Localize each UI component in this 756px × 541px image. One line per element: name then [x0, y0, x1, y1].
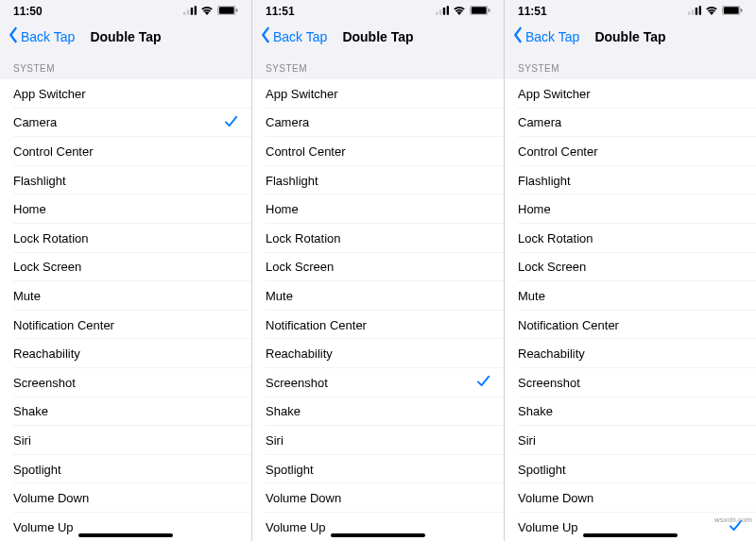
list-item[interactable]: Home	[505, 194, 756, 224]
list-item[interactable]: Flashlight	[0, 166, 251, 195]
list-item-label: Home	[13, 202, 46, 216]
list-item[interactable]: Flashlight	[252, 166, 504, 195]
back-label: Back Tap	[525, 29, 579, 44]
list-item[interactable]: Spotlight	[505, 455, 756, 484]
list-item-label: Lock Screen	[13, 260, 81, 274]
list-item-label: Camera	[13, 115, 57, 129]
list-item[interactable]: Mute	[0, 281, 251, 311]
status-bar: 11:51	[505, 0, 756, 21]
list-item[interactable]: Home	[252, 194, 504, 224]
list-item[interactable]: Camera	[0, 109, 251, 138]
list-item[interactable]: Reachability	[0, 339, 251, 368]
svg-rect-3	[195, 6, 197, 14]
list-item[interactable]: Camera	[252, 109, 504, 138]
svg-rect-9	[443, 8, 445, 15]
check-icon	[476, 374, 490, 391]
status-bar: 11:51	[252, 0, 504, 21]
list-item[interactable]: App Switcher	[0, 79, 251, 109]
list-item[interactable]: Mute	[252, 281, 504, 311]
list-item[interactable]: Flashlight	[505, 166, 756, 195]
list-item[interactable]: Home	[0, 194, 251, 224]
section-header: SYSTEM	[0, 56, 251, 79]
svg-rect-20	[741, 8, 743, 11]
list-item-label: Mute	[266, 289, 293, 303]
list-item[interactable]: Volume Down	[252, 483, 504, 513]
list-item[interactable]: Control Center	[0, 137, 251, 166]
list-item[interactable]: Screenshot	[505, 368, 756, 397]
list-item[interactable]: Reachability	[252, 339, 504, 368]
list-item-label: Flashlight	[13, 174, 66, 188]
chevron-left-icon	[8, 26, 19, 46]
svg-rect-15	[692, 9, 694, 14]
list-item[interactable]: Control Center	[252, 137, 504, 166]
list-item-label: Mute	[13, 289, 41, 303]
list-item[interactable]: Lock Screen	[505, 253, 756, 282]
list-item[interactable]: Lock Screen	[252, 253, 504, 282]
list-item[interactable]: Reachability	[505, 339, 756, 368]
list-item[interactable]: Siri	[505, 426, 756, 455]
list-item[interactable]: Screenshot	[252, 368, 504, 397]
page-title: Double Tap	[90, 29, 161, 44]
list-item[interactable]: Lock Screen	[0, 253, 251, 282]
list-item[interactable]: App Switcher	[252, 79, 504, 109]
list-item[interactable]: Volume Down	[505, 483, 756, 513]
list-item[interactable]: Control Center	[505, 137, 756, 166]
back-label: Back Tap	[273, 29, 327, 44]
nav-bar: Back TapDouble Tap	[0, 21, 251, 56]
home-indicator[interactable]	[78, 533, 173, 537]
list-item[interactable]: Notification Center	[0, 311, 251, 340]
svg-rect-7	[436, 12, 438, 15]
list-item-label: Volume Down	[518, 491, 593, 505]
svg-rect-6	[236, 8, 238, 11]
options-list: App SwitcherCameraControl CenterFlashlig…	[505, 79, 756, 541]
svg-rect-5	[219, 7, 234, 14]
back-button[interactable]: Back Tap	[8, 26, 75, 46]
list-item-label: Flashlight	[518, 174, 571, 188]
home-indicator[interactable]	[583, 533, 678, 537]
list-item-label: Screenshot	[13, 376, 76, 390]
list-item[interactable]: Lock Rotation	[0, 224, 251, 253]
list-item[interactable]: Mute	[505, 281, 756, 311]
chevron-left-icon	[260, 26, 271, 46]
list-item-label: Camera	[266, 115, 309, 129]
list-item-label: Spotlight	[13, 463, 61, 477]
svg-rect-10	[447, 6, 449, 14]
list-item[interactable]: Spotlight	[0, 455, 251, 484]
list-item-label: Volume Up	[13, 520, 74, 534]
signal-icon	[183, 5, 197, 18]
list-item[interactable]: Notification Center	[505, 311, 756, 340]
list-item[interactable]: Siri	[0, 426, 251, 455]
svg-rect-16	[696, 8, 697, 15]
list-item[interactable]: Siri	[252, 426, 504, 455]
list-item[interactable]: Volume Down	[0, 483, 251, 513]
back-button[interactable]: Back Tap	[512, 26, 579, 46]
check-icon	[224, 114, 238, 131]
list-item[interactable]: Shake	[252, 397, 504, 427]
list-item-label: Control Center	[13, 144, 94, 159]
list-item-label: Home	[518, 202, 551, 216]
list-item[interactable]: Screenshot	[0, 368, 251, 397]
list-item[interactable]: Spotlight	[252, 455, 504, 484]
list-item-label: Camera	[518, 115, 561, 129]
back-label: Back Tap	[21, 29, 75, 44]
list-item-label: App Switcher	[266, 87, 338, 101]
list-item-label: Screenshot	[518, 376, 580, 390]
list-item[interactable]: App Switcher	[505, 79, 756, 109]
list-item[interactable]: Camera	[505, 109, 756, 138]
list-item-label: Volume Up	[266, 520, 326, 534]
nav-bar: Back TapDouble Tap	[252, 21, 504, 56]
list-item[interactable]: Notification Center	[252, 311, 504, 340]
watermark: wsxdn.com	[714, 516, 752, 524]
home-indicator[interactable]	[331, 533, 425, 537]
status-bar: 11:50	[0, 0, 251, 21]
list-item[interactable]: Lock Rotation	[505, 224, 756, 253]
back-button[interactable]: Back Tap	[260, 26, 327, 46]
list-item[interactable]: Lock Rotation	[252, 224, 504, 253]
svg-rect-0	[183, 12, 185, 15]
status-right	[183, 5, 238, 18]
list-item[interactable]: Shake	[0, 397, 251, 427]
list-item[interactable]: Shake	[505, 397, 756, 427]
list-item-label: Home	[266, 202, 299, 216]
battery-icon	[722, 5, 743, 18]
options-list: App SwitcherCameraControl CenterFlashlig…	[0, 79, 251, 541]
